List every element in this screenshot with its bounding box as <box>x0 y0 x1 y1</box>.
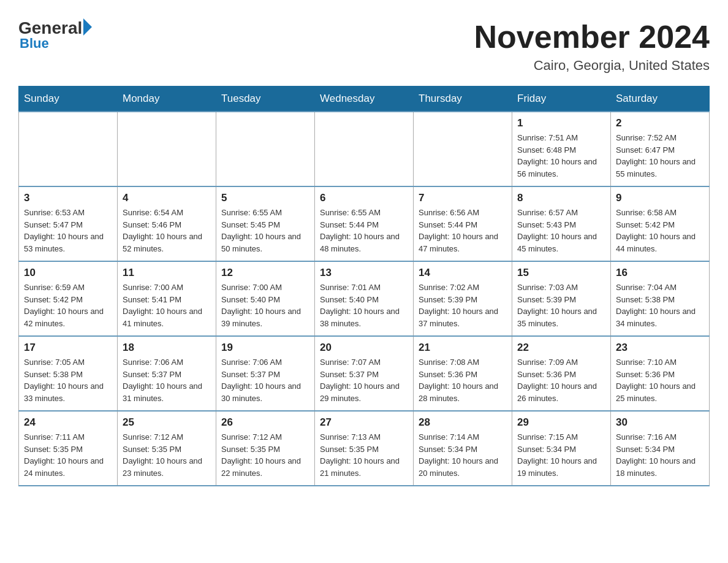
day-number: 17 <box>24 342 112 354</box>
day-info: Sunrise: 6:58 AMSunset: 5:42 PMDaylight:… <box>616 207 704 255</box>
calendar-cell: 21Sunrise: 7:08 AMSunset: 5:36 PMDayligh… <box>414 336 512 411</box>
day-info: Sunrise: 7:15 AMSunset: 5:34 PMDaylight:… <box>517 431 605 479</box>
calendar-cell: 11Sunrise: 7:00 AMSunset: 5:41 PMDayligh… <box>118 261 216 336</box>
calendar-cell: 8Sunrise: 6:57 AMSunset: 5:43 PMDaylight… <box>512 186 611 261</box>
day-number: 29 <box>517 416 605 429</box>
calendar-cell: 3Sunrise: 6:53 AMSunset: 5:47 PMDaylight… <box>19 186 118 261</box>
calendar-cell <box>315 112 414 186</box>
calendar-week-4: 17Sunrise: 7:05 AMSunset: 5:38 PMDayligh… <box>19 336 710 411</box>
days-of-week-row: Sunday Monday Tuesday Wednesday Thursday… <box>19 86 710 112</box>
day-info: Sunrise: 7:01 AMSunset: 5:40 PMDaylight:… <box>320 282 408 329</box>
day-info: Sunrise: 7:12 AMSunset: 5:35 PMDaylight:… <box>221 431 309 479</box>
calendar-week-3: 10Sunrise: 6:59 AMSunset: 5:42 PMDayligh… <box>19 261 710 336</box>
day-number: 3 <box>24 192 112 204</box>
day-number: 13 <box>320 267 408 279</box>
calendar-cell: 25Sunrise: 7:12 AMSunset: 5:35 PMDayligh… <box>118 411 216 486</box>
calendar-cell: 22Sunrise: 7:09 AMSunset: 5:36 PMDayligh… <box>512 336 611 411</box>
day-info: Sunrise: 7:11 AMSunset: 5:35 PMDaylight:… <box>24 431 112 479</box>
day-info: Sunrise: 7:51 AMSunset: 6:48 PMDaylight:… <box>517 132 605 180</box>
day-number: 5 <box>221 192 309 204</box>
header-tuesday: Tuesday <box>216 86 315 112</box>
calendar-cell: 14Sunrise: 7:02 AMSunset: 5:39 PMDayligh… <box>414 261 512 336</box>
calendar-cell <box>118 112 216 186</box>
header-sunday: Sunday <box>19 86 118 112</box>
day-number: 2 <box>616 117 704 129</box>
calendar-week-5: 24Sunrise: 7:11 AMSunset: 5:35 PMDayligh… <box>19 411 710 486</box>
calendar-header: Sunday Monday Tuesday Wednesday Thursday… <box>19 86 710 112</box>
logo-blue: Blue <box>20 36 49 52</box>
day-info: Sunrise: 6:56 AMSunset: 5:44 PMDaylight:… <box>419 207 507 255</box>
header-friday: Friday <box>512 86 611 112</box>
day-number: 12 <box>221 267 309 279</box>
day-number: 20 <box>320 342 408 354</box>
day-number: 10 <box>24 267 112 279</box>
header-thursday: Thursday <box>414 86 512 112</box>
day-number: 23 <box>616 342 704 354</box>
location-title: Cairo, Georgia, United States <box>474 58 710 74</box>
calendar-table: Sunday Monday Tuesday Wednesday Thursday… <box>18 86 710 486</box>
day-info: Sunrise: 6:55 AMSunset: 5:44 PMDaylight:… <box>320 207 408 255</box>
day-info: Sunrise: 7:14 AMSunset: 5:34 PMDaylight:… <box>419 431 507 479</box>
calendar-cell: 16Sunrise: 7:04 AMSunset: 5:38 PMDayligh… <box>611 261 710 336</box>
day-info: Sunrise: 7:13 AMSunset: 5:35 PMDaylight:… <box>320 431 408 479</box>
calendar-cell <box>414 112 512 186</box>
day-info: Sunrise: 7:06 AMSunset: 5:37 PMDaylight:… <box>221 356 309 404</box>
calendar-cell: 19Sunrise: 7:06 AMSunset: 5:37 PMDayligh… <box>216 336 315 411</box>
month-title: November 2024 <box>474 18 710 55</box>
day-info: Sunrise: 7:16 AMSunset: 5:34 PMDaylight:… <box>616 431 704 479</box>
day-info: Sunrise: 7:00 AMSunset: 5:41 PMDaylight:… <box>123 282 211 329</box>
calendar-cell: 2Sunrise: 7:52 AMSunset: 6:47 PMDaylight… <box>611 112 710 186</box>
title-area: November 2024 Cairo, Georgia, United Sta… <box>474 18 710 74</box>
calendar-cell: 6Sunrise: 6:55 AMSunset: 5:44 PMDaylight… <box>315 186 414 261</box>
day-info: Sunrise: 7:02 AMSunset: 5:39 PMDaylight:… <box>419 282 507 329</box>
day-number: 15 <box>517 267 605 279</box>
calendar-cell: 5Sunrise: 6:55 AMSunset: 5:45 PMDaylight… <box>216 186 315 261</box>
day-number: 8 <box>517 192 605 204</box>
calendar-cell: 20Sunrise: 7:07 AMSunset: 5:37 PMDayligh… <box>315 336 414 411</box>
calendar-cell: 7Sunrise: 6:56 AMSunset: 5:44 PMDaylight… <box>414 186 512 261</box>
day-info: Sunrise: 7:10 AMSunset: 5:36 PMDaylight:… <box>616 356 704 404</box>
header-monday: Monday <box>118 86 216 112</box>
day-number: 22 <box>517 342 605 354</box>
day-info: Sunrise: 7:05 AMSunset: 5:38 PMDaylight:… <box>24 356 112 404</box>
calendar-cell: 10Sunrise: 6:59 AMSunset: 5:42 PMDayligh… <box>19 261 118 336</box>
day-info: Sunrise: 7:04 AMSunset: 5:38 PMDaylight:… <box>616 282 704 329</box>
calendar-cell: 29Sunrise: 7:15 AMSunset: 5:34 PMDayligh… <box>512 411 611 486</box>
day-number: 21 <box>419 342 507 354</box>
day-number: 16 <box>616 267 704 279</box>
calendar-cell: 26Sunrise: 7:12 AMSunset: 5:35 PMDayligh… <box>216 411 315 486</box>
day-info: Sunrise: 7:52 AMSunset: 6:47 PMDaylight:… <box>616 132 704 180</box>
header-wednesday: Wednesday <box>315 86 414 112</box>
day-info: Sunrise: 6:55 AMSunset: 5:45 PMDaylight:… <box>221 207 309 255</box>
calendar-week-2: 3Sunrise: 6:53 AMSunset: 5:47 PMDaylight… <box>19 186 710 261</box>
calendar-cell: 28Sunrise: 7:14 AMSunset: 5:34 PMDayligh… <box>414 411 512 486</box>
calendar-cell: 1Sunrise: 7:51 AMSunset: 6:48 PMDaylight… <box>512 112 611 186</box>
day-number: 7 <box>419 192 507 204</box>
day-number: 14 <box>419 267 507 279</box>
calendar-cell: 12Sunrise: 7:00 AMSunset: 5:40 PMDayligh… <box>216 261 315 336</box>
day-number: 27 <box>320 416 408 429</box>
day-number: 1 <box>517 117 605 129</box>
day-number: 9 <box>616 192 704 204</box>
day-info: Sunrise: 6:57 AMSunset: 5:43 PMDaylight:… <box>517 207 605 255</box>
calendar-cell: 9Sunrise: 6:58 AMSunset: 5:42 PMDaylight… <box>611 186 710 261</box>
calendar-cell: 24Sunrise: 7:11 AMSunset: 5:35 PMDayligh… <box>19 411 118 486</box>
day-number: 6 <box>320 192 408 204</box>
calendar-cell <box>19 112 118 186</box>
day-info: Sunrise: 6:54 AMSunset: 5:46 PMDaylight:… <box>123 207 211 255</box>
day-number: 11 <box>123 267 211 279</box>
header-saturday: Saturday <box>611 86 710 112</box>
calendar-cell: 18Sunrise: 7:06 AMSunset: 5:37 PMDayligh… <box>118 336 216 411</box>
calendar-cell <box>216 112 315 186</box>
day-number: 26 <box>221 416 309 429</box>
day-number: 28 <box>419 416 507 429</box>
day-info: Sunrise: 6:59 AMSunset: 5:42 PMDaylight:… <box>24 282 112 329</box>
calendar-week-1: 1Sunrise: 7:51 AMSunset: 6:48 PMDaylight… <box>19 112 710 186</box>
calendar-cell: 30Sunrise: 7:16 AMSunset: 5:34 PMDayligh… <box>611 411 710 486</box>
calendar-cell: 4Sunrise: 6:54 AMSunset: 5:46 PMDaylight… <box>118 186 216 261</box>
day-number: 24 <box>24 416 112 429</box>
day-info: Sunrise: 7:06 AMSunset: 5:37 PMDaylight:… <box>123 356 211 404</box>
day-info: Sunrise: 7:07 AMSunset: 5:37 PMDaylight:… <box>320 356 408 404</box>
day-info: Sunrise: 6:53 AMSunset: 5:47 PMDaylight:… <box>24 207 112 255</box>
calendar-cell: 17Sunrise: 7:05 AMSunset: 5:38 PMDayligh… <box>19 336 118 411</box>
